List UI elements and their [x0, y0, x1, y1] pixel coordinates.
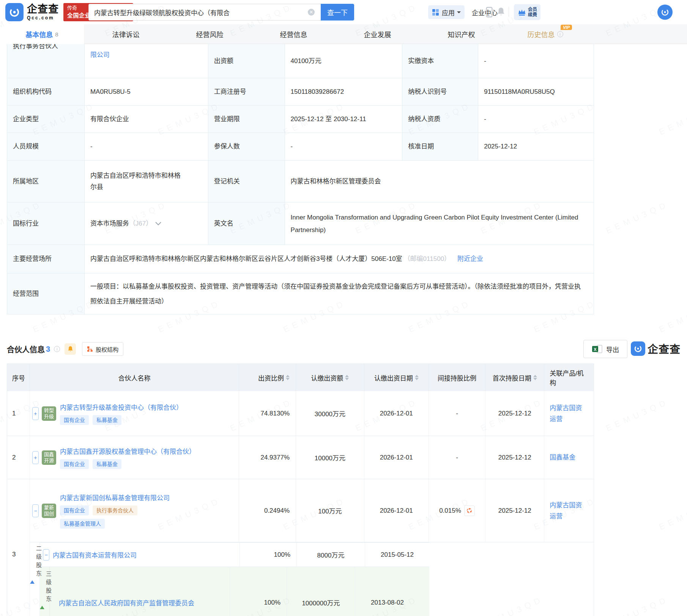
search-input[interactable]: [88, 4, 321, 21]
col-ratio-sortable[interactable]: 出资比例: [239, 364, 296, 391]
brand-name: 企查查: [27, 4, 59, 14]
first-date-value: 2025-12-12: [485, 479, 544, 542]
vip-renew-button[interactable]: 会员 续费: [514, 4, 540, 20]
exec-partner-link[interactable]: 限公司: [90, 49, 110, 61]
table-row: 经营范围 一般项目：以私募基金从事股权投资、投资管理、资产管理等活动（须在中国证…: [7, 273, 594, 314]
header-divider: [509, 7, 509, 17]
field-label: 登记机关: [208, 161, 285, 202]
search-button[interactable]: 查一下: [321, 4, 354, 21]
tag-state-owned[interactable]: 国有企业: [60, 459, 89, 469]
field-label: 英文名: [208, 202, 285, 245]
user-avatar[interactable]: [657, 5, 673, 20]
col-first-date-sortable[interactable]: 首次持股日期: [485, 364, 544, 391]
partner-company-link[interactable]: 内蒙古国鑫开源股权基金管理中心（有限合伙）: [60, 446, 195, 456]
monitor-bell-button[interactable]: [65, 343, 76, 355]
vip-crown-icon: [517, 8, 526, 16]
apps-menu[interactable]: 应用: [428, 5, 465, 19]
sub-shareholders-area: 二级股东 − 内蒙古国有资本运营有限公司 100% 8000万元 2015-05…: [30, 542, 429, 616]
field-value: 150118039286672: [285, 78, 403, 105]
watermark-text: EEMU3QD: [657, 101, 687, 137]
notification-bell-icon[interactable]: [496, 7, 506, 18]
org-chart-icon: [87, 346, 93, 352]
partners-section-header: 合伙人信息 3 i 股权结构 X 导出 企查查: [0, 339, 687, 359]
tag-fund-manager[interactable]: 私募基金管理人: [60, 519, 105, 529]
field-value: 内蒙古和林格尔新区管理委员会: [285, 161, 594, 202]
table-row: 企业类型 有限合伙企业 营业期限 2025-12-12 至 2030-12-11…: [7, 106, 594, 133]
field-value: 2025-12-12 至 2030-12-11: [285, 106, 403, 133]
partner-name-cell: − 蒙新国创 内蒙古蒙新国创私募基金管理有限公司 国有企业 执行事务合伙人 私募…: [30, 479, 239, 542]
collapse-triangle-icon[interactable]: [30, 573, 35, 584]
tab-label: 企业发展: [364, 29, 391, 39]
shareholder-company-link[interactable]: 内蒙古自治区人民政府国有资产监督管理委员会: [59, 598, 194, 607]
field-label: 工商注册号: [208, 78, 285, 105]
partner-row: 1 + 转型升级 内蒙古转型升级基金投资中心（有限合伙） 国有企业 私募基金 7…: [7, 391, 594, 436]
product-link[interactable]: 国鑫基金: [550, 452, 585, 463]
row-seq-cell: 3: [7, 479, 30, 616]
section-count: 3: [46, 345, 50, 354]
partner-company-link[interactable]: 内蒙古转型升级基金投资中心（有限合伙）: [60, 402, 183, 412]
table-row: 所属地区 内蒙古自治区呼和浩特市和林格尔县 登记机关 内蒙古和林格尔新区管理委员…: [7, 161, 594, 202]
shareholder-company-link[interactable]: 内蒙古国有资本运营有限公司: [53, 550, 137, 559]
date-value: 2013-08-02: [355, 567, 419, 616]
field-label: 实缴资本: [402, 44, 478, 78]
tab-basic-info[interactable]: 基本信息 8: [0, 24, 84, 44]
info-icon[interactable]: i: [557, 31, 563, 37]
tag-state-owned[interactable]: 国有企业: [60, 415, 89, 425]
partner-company-link[interactable]: 内蒙古蒙新国创私募基金管理有限公司: [60, 493, 170, 502]
qcc-swirl-icon: [8, 6, 21, 19]
tab-history[interactable]: VIP 历史信息 i: [503, 24, 587, 44]
product-link[interactable]: 内蒙古国资运营: [550, 500, 585, 522]
info-icon[interactable]: i: [54, 346, 60, 352]
col-product: 关联产品/机构: [544, 364, 594, 391]
export-button[interactable]: X 导出: [583, 340, 627, 358]
first-date-value: 2025-12-12: [485, 391, 544, 436]
industry-code: （J67）: [129, 218, 152, 229]
qcc-brand-watermark: 企查查: [631, 341, 681, 356]
table-row: 人员规模 - 参保人数 - 核准日期 2025-12-12: [7, 133, 594, 161]
collapse-button[interactable]: −: [32, 504, 39, 517]
amount-value: 8000万元: [296, 543, 365, 567]
table-row: 组织机构代码 MA0RU58U-5 工商注册号 150118039286672 …: [7, 78, 594, 106]
partner-row-group: 3 − 蒙新国创 内蒙古蒙新国创私募基金管理有限公司 国有企业 执行事务合伙人: [7, 479, 594, 616]
tag-private-fund[interactable]: 私募基金: [93, 459, 121, 469]
col-amount-sortable[interactable]: 认缴出资额: [296, 364, 364, 391]
chevron-down-icon: [457, 11, 461, 15]
enterprise-center-link[interactable]: 企业中心: [472, 5, 498, 19]
nearby-companies-link[interactable]: 附近企业: [457, 253, 483, 265]
expand-button[interactable]: +: [32, 451, 39, 464]
tab-legal[interactable]: 法律诉讼: [84, 24, 168, 44]
bell-icon: [67, 346, 74, 352]
svg-text:X: X: [594, 347, 597, 352]
qcc-logo-icon[interactable]: [5, 3, 24, 21]
indirect-equity-icon[interactable]: [464, 505, 475, 516]
watermark-text: EEMU3QD: [657, 298, 687, 335]
company-avatar: 转型升级: [42, 406, 56, 421]
amount-value: 30000万元: [296, 391, 364, 436]
tab-operating-info[interactable]: 经营信息: [252, 24, 336, 44]
collapse-triangle-icon[interactable]: [40, 599, 44, 609]
tag-private-fund[interactable]: 私募基金: [93, 415, 121, 425]
equity-structure-button[interactable]: 股权结构: [82, 342, 123, 356]
col-label: 认缴出资日期: [374, 373, 413, 382]
col-label: 认缴出资额: [311, 373, 343, 382]
level2-label: 二级股东: [35, 545, 43, 579]
mobile-app-icon[interactable]: [486, 7, 493, 19]
collapse-button[interactable]: −: [43, 549, 49, 561]
chevron-down-icon[interactable]: [155, 222, 161, 226]
tag-executive-partner[interactable]: 执行事务合伙人: [93, 505, 137, 515]
col-date-sortable[interactable]: 认缴出资日期: [364, 364, 429, 391]
tab-label: 知识产权: [448, 29, 475, 39]
field-value: MA0RU58U-5: [85, 78, 208, 105]
product-cell: 内蒙古国资运营: [544, 391, 594, 436]
col-label: 首次持股日期: [493, 373, 531, 382]
tab-intellectual-property[interactable]: 知识产权: [419, 24, 503, 44]
tab-operating-risk[interactable]: 经营风险: [168, 24, 252, 44]
date-value: 2026-12-01: [364, 479, 429, 542]
expand-button[interactable]: +: [32, 407, 39, 420]
qcc-logo-text[interactable]: 企查查 Qcc.com: [27, 4, 59, 20]
tab-development[interactable]: 企业发展: [336, 24, 419, 44]
tag-state-owned[interactable]: 国有企业: [60, 505, 89, 515]
search-clear-icon[interactable]: ✕: [308, 9, 315, 16]
product-link[interactable]: 内蒙古国资运营: [550, 403, 585, 425]
amount-value: 1000000万元: [287, 567, 355, 616]
